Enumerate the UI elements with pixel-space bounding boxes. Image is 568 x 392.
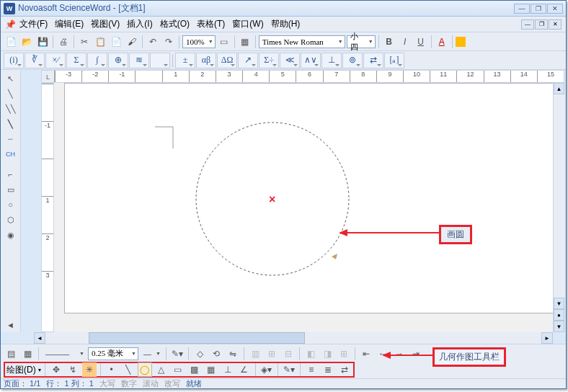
left-arrow-icon[interactable]: ◄ (4, 318, 18, 332)
rect-icon[interactable]: ▭ (4, 182, 18, 197)
hex-icon[interactable]: ⬡ (4, 213, 18, 227)
circle-icon[interactable]: ○ (4, 197, 18, 212)
copy-icon[interactable]: 📋 (93, 35, 107, 49)
zoom-reset-icon[interactable]: ▭ (217, 35, 231, 49)
underline-icon[interactable]: U (414, 35, 428, 49)
pen-color-icon[interactable]: ✎▾ (170, 347, 185, 361)
menu-view[interactable]: 视图(V) (88, 17, 123, 32)
math-matrix[interactable] (150, 53, 170, 68)
zoom-combo[interactable]: 100% (182, 35, 216, 48)
format-painter-icon[interactable]: 🖌 (125, 35, 139, 49)
geom-snap-icon[interactable]: ✳ (82, 362, 97, 377)
cursor-icon[interactable]: ↖ (4, 71, 18, 86)
menu-window[interactable]: 窗口(W) (229, 17, 266, 32)
math-rel[interactable]: ≪ (280, 53, 300, 68)
redo-icon[interactable]: ↷ (161, 35, 176, 49)
geom-select-icon[interactable]: ✥ (49, 362, 63, 377)
math-int[interactable]: ∫ (87, 53, 107, 68)
print-icon[interactable]: 🖨 (56, 35, 71, 49)
open-icon[interactable]: 📂 (19, 35, 34, 49)
math-circ[interactable]: ⊚ (342, 53, 363, 68)
nav-next-icon[interactable]: → (392, 347, 407, 361)
view1-icon[interactable]: ▤ (4, 347, 18, 361)
front-icon: ◧ (303, 347, 318, 361)
line1-icon[interactable]: ╲ (4, 86, 18, 101)
math-approx[interactable]: ≋ (129, 53, 149, 68)
geom-fill-icon[interactable]: ◈▾ (259, 362, 274, 377)
geom-grid-icon[interactable]: ▦ (204, 362, 218, 377)
horizontal-scrollbar[interactable]: ◄ ► (34, 332, 553, 344)
pin-icon[interactable]: 📌 (5, 19, 15, 30)
math-sub[interactable]: [ₐ] (384, 53, 404, 68)
close-button[interactable]: ✕ (547, 4, 563, 14)
font-color-icon[interactable]: A (435, 35, 449, 49)
geom-move-icon[interactable]: ↯ (66, 362, 80, 377)
geom-rect-icon[interactable]: ▭ (171, 362, 185, 377)
ch-icon[interactable]: CH (4, 147, 18, 161)
nav-first-icon[interactable]: ⇤ (359, 347, 373, 361)
math-sum[interactable]: Σ (66, 53, 86, 68)
math-root[interactable]: ∛ (25, 53, 45, 68)
mdi-restore[interactable]: ❐ (535, 19, 548, 30)
line-style-combo[interactable]: ——— (43, 347, 86, 360)
line-width-combo[interactable]: 0.25 毫米 (88, 347, 138, 360)
menu-file[interactable]: 文件(F) (17, 17, 50, 32)
math-frac[interactable]: ×∕ (45, 53, 66, 68)
vertical-scrollbar[interactable]: ▲ ▼ ● ▼ (553, 83, 564, 332)
menu-table[interactable]: 表格(T) (194, 17, 228, 32)
geom-circle-icon[interactable]: ◯ (138, 362, 152, 377)
line-weight-combo[interactable]: — (141, 347, 162, 360)
table-icon[interactable]: ▦ (238, 35, 252, 49)
dash-icon[interactable]: ┈ (4, 132, 18, 146)
geom-image-icon[interactable]: ▩ (187, 362, 202, 377)
maximize-button[interactable]: ❐ (531, 4, 546, 14)
geom-angle-icon[interactable]: ∠ (237, 362, 252, 377)
highlight-icon[interactable] (456, 37, 466, 47)
undo-icon[interactable]: ↶ (146, 35, 160, 49)
nav-last-icon[interactable]: ⇥ (409, 347, 423, 361)
flip-icon[interactable]: ⇋ (226, 347, 240, 361)
geom-hline3-icon[interactable]: ⇄ (337, 362, 352, 377)
italic-icon[interactable]: I (398, 35, 412, 49)
math-arrows2[interactable]: ⇄ (363, 53, 383, 68)
paste-icon[interactable]: 📄 (109, 35, 123, 49)
cut-icon[interactable]: ✂ (77, 35, 92, 49)
math-greek-upper[interactable]: ΔΩ (217, 53, 237, 68)
math-geom[interactable]: ⊥ (321, 53, 342, 68)
geom-point-icon[interactable]: • (105, 362, 119, 377)
document-canvas[interactable]: × (54, 83, 553, 332)
geom-hline2-icon[interactable]: ≣ (321, 362, 335, 377)
view2-icon[interactable]: ▦ (20, 347, 35, 361)
menu-help[interactable]: 帮助(H) (268, 17, 303, 32)
line2-icon[interactable]: ╲╲ (4, 102, 18, 116)
math-ops[interactable]: Σ÷ (259, 53, 279, 68)
fill-icon[interactable]: ◇ (192, 347, 207, 361)
geom-axes-icon[interactable]: ⊥ (221, 362, 235, 377)
menu-format[interactable]: 格式(O) (157, 17, 192, 32)
menu-insert[interactable]: 插入(I) (124, 17, 155, 32)
mdi-close[interactable]: ✕ (549, 19, 562, 30)
geom-triangle-icon[interactable]: △ (154, 362, 169, 377)
geom-eraser-icon[interactable]: ✎▾ (282, 362, 296, 377)
rotate-icon[interactable]: ⟲ (209, 347, 223, 361)
geom-line-icon[interactable]: ╲ (121, 362, 136, 377)
size-combo[interactable]: 小四 (347, 35, 376, 48)
new-icon[interactable]: 📄 (4, 35, 18, 49)
mdi-minimize[interactable]: — (521, 19, 534, 30)
minimize-button[interactable]: — (514, 4, 530, 14)
draw-menu-label[interactable]: 绘图(D) (6, 364, 36, 376)
bold-icon[interactable]: B (382, 35, 396, 49)
math-logic[interactable]: ∧∨ (301, 53, 321, 68)
math-paren[interactable]: (i) (4, 53, 24, 68)
eye-icon[interactable]: ◉ (4, 228, 18, 242)
line3-icon[interactable]: ╲ (4, 117, 18, 131)
menu-edit[interactable]: 编辑(E) (52, 17, 86, 32)
math-circplus[interactable]: ⊕ (108, 53, 128, 68)
save-icon[interactable]: 💾 (35, 35, 50, 49)
math-greek-lower[interactable]: αβ (196, 53, 216, 68)
font-combo[interactable]: Times New Roman (259, 35, 345, 48)
bracket-icon[interactable]: ⌐ (4, 167, 18, 182)
math-pm[interactable]: ± (175, 53, 195, 68)
math-arrow[interactable]: ↗ (238, 53, 258, 68)
geom-hline1-icon[interactable]: ≡ (304, 362, 319, 377)
